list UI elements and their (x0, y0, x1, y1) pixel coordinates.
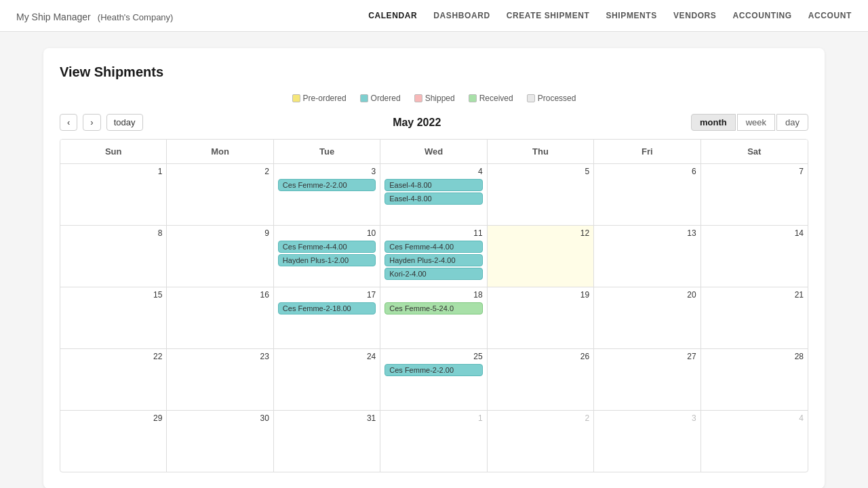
cal-header-day-sun: Sun (60, 140, 167, 163)
app-logo: My Ship Manager (Heath's Company) (16, 7, 173, 24)
cal-header-day-fri: Fri (594, 140, 701, 163)
day-number: 25 (384, 352, 482, 361)
nav-item-vendors[interactable]: VENDORS (673, 11, 717, 20)
view-btn-month[interactable]: month (691, 114, 736, 131)
cal-cell-other-1: 1 (380, 411, 487, 472)
cal-cell-21: 21 (701, 287, 808, 348)
day-number: 8 (64, 228, 162, 238)
cal-cell-12: 12 (488, 226, 594, 287)
calendar-event[interactable]: Ces Femme-4-4.00 (278, 241, 376, 253)
calendar-event[interactable]: Hayden Plus-2-4.00 (384, 254, 482, 266)
cal-header-day-tue: Tue (274, 140, 380, 163)
day-number: 6 (598, 167, 696, 176)
calendar-event[interactable]: Hayden Plus-1-2.00 (278, 254, 376, 266)
cal-cell-16: 16 (167, 287, 273, 348)
next-button[interactable]: › (83, 114, 100, 131)
legend-dot (414, 94, 422, 102)
calendar-body: 123Ces Femme-2-2.004Easel-4-8.00Easel-4-… (60, 164, 808, 472)
calendar-event[interactable]: Easel-4-8.00 (384, 179, 482, 191)
calendar-event[interactable]: Kori-2-4.00 (384, 268, 482, 280)
calendar-event[interactable]: Ces Femme-2-2.00 (278, 179, 376, 191)
day-number: 30 (171, 413, 269, 423)
legend-item-received: Received (469, 94, 513, 103)
cal-cell-7: 7 (701, 164, 808, 225)
legend-dot (360, 94, 368, 102)
app-subtitle: (Heath's Company) (98, 12, 174, 22)
nav-item-accounting[interactable]: ACCOUNTING (732, 11, 791, 20)
nav-item-dashboard[interactable]: DASHBOARD (433, 11, 490, 20)
cal-cell-1: 1 (60, 164, 167, 225)
day-number: 16 (171, 290, 269, 300)
day-number: 19 (492, 290, 589, 300)
day-number: 27 (598, 352, 696, 361)
legend-dot (469, 94, 477, 102)
cal-header-day-sat: Sat (701, 140, 808, 163)
day-number: 28 (705, 352, 804, 361)
calendar-view-buttons: monthweekday (691, 114, 808, 131)
legend-label: Received (479, 94, 513, 103)
view-btn-day[interactable]: day (776, 114, 808, 131)
day-number: 2 (171, 167, 269, 176)
view-btn-week[interactable]: week (737, 114, 775, 131)
calendar-week-1: 8910Ces Femme-4-4.00Hayden Plus-1-2.0011… (60, 226, 808, 287)
legend-label: Processed (538, 94, 576, 103)
cal-cell-18: 18Ces Femme-5-24.0 (380, 287, 487, 348)
calendar-title: May 2022 (143, 117, 691, 129)
day-number: 18 (384, 290, 482, 300)
calendar-event[interactable]: Easel-4-8.00 (384, 192, 482, 205)
calendar-nav: ‹ › today (60, 114, 143, 131)
legend-label: Shipped (425, 94, 455, 103)
legend-item-ordered: Ordered (360, 94, 401, 103)
nav-item-create-shipment[interactable]: CREATE SHIPMENT (507, 11, 590, 20)
cal-cell-17: 17Ces Femme-2-18.00 (274, 287, 380, 348)
cal-cell-9: 9 (167, 226, 273, 287)
day-number: 23 (171, 352, 269, 361)
cal-cell-6: 6 (594, 164, 701, 225)
cal-cell-19: 19 (488, 287, 594, 348)
legend-item-pre-ordered: Pre-ordered (292, 94, 347, 103)
calendar-controls: ‹ › today May 2022 monthweekday (60, 114, 808, 131)
page-card: View Shipments Pre-orderedOrderedShipped… (43, 48, 825, 488)
cal-cell-14: 14 (701, 226, 808, 287)
calendar-header-row: SunMonTueWedThuFriSat (60, 140, 808, 164)
day-number: 1 (64, 167, 162, 176)
nav-item-shipments[interactable]: SHIPMENTS (606, 11, 657, 20)
day-number: 22 (64, 352, 162, 361)
calendar-week-2: 151617Ces Femme-2-18.0018Ces Femme-5-24.… (60, 287, 808, 349)
day-number: 17 (278, 290, 376, 300)
day-number: 1 (384, 413, 482, 423)
today-button[interactable]: today (106, 114, 143, 131)
cal-cell-10: 10Ces Femme-4-4.00Hayden Plus-1-2.00 (274, 226, 380, 287)
day-number: 11 (384, 228, 482, 238)
header: My Ship Manager (Heath's Company) CALEND… (0, 0, 868, 32)
page-title: View Shipments (60, 64, 808, 80)
day-number: 4 (705, 413, 804, 423)
day-number: 24 (278, 352, 376, 361)
legend-item-shipped: Shipped (414, 94, 455, 103)
nav-item-calendar[interactable]: CALENDAR (368, 11, 417, 20)
cal-header-day-wed: Wed (380, 140, 487, 163)
cal-cell-20: 20 (594, 287, 701, 348)
calendar-event[interactable]: Ces Femme-2-2.00 (384, 364, 482, 376)
cal-cell-26: 26 (488, 349, 594, 410)
day-number: 14 (705, 228, 804, 238)
cal-cell-25: 25Ces Femme-2-2.00 (380, 349, 487, 410)
calendar-week-4: 2930311234 (60, 411, 808, 472)
calendar-event[interactable]: Ces Femme-4-4.00 (384, 241, 482, 253)
cal-header-day-thu: Thu (488, 140, 594, 163)
nav-item-account[interactable]: ACCOUNT (808, 11, 852, 20)
cal-cell-30: 30 (167, 411, 273, 472)
cal-cell-11: 11Ces Femme-4-4.00Hayden Plus-2-4.00Kori… (380, 226, 487, 287)
prev-button[interactable]: ‹ (60, 114, 77, 131)
day-number: 12 (492, 228, 589, 238)
calendar-event[interactable]: Ces Femme-2-18.00 (278, 302, 376, 314)
day-number: 5 (492, 167, 589, 176)
legend-label: Ordered (371, 94, 401, 103)
calendar-event[interactable]: Ces Femme-5-24.0 (384, 302, 482, 314)
main-content: View Shipments Pre-orderedOrderedShipped… (27, 32, 841, 488)
cal-cell-other-2: 2 (488, 411, 594, 472)
legend: Pre-orderedOrderedShippedReceivedProcess… (60, 94, 808, 103)
cal-cell-other-3: 3 (594, 411, 701, 472)
day-number: 4 (384, 167, 482, 176)
day-number: 3 (598, 413, 696, 423)
